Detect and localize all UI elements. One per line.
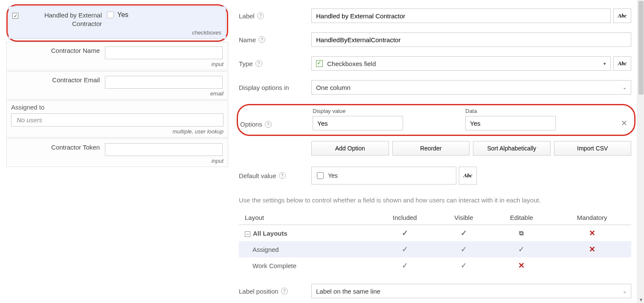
display-options-value: One column <box>316 84 351 91</box>
option-data-header: Data <box>465 108 615 114</box>
default-value-box[interactable]: Yes <box>311 167 456 185</box>
field-label: Contractor Email <box>20 76 105 84</box>
label-position-value: Label on the same line <box>316 288 380 295</box>
sort-alpha-button[interactable]: Sort Alphabetically <box>473 141 551 156</box>
type-select[interactable]: Checkboxes field ▾ <box>311 56 611 71</box>
checkbox-option-label: Yes <box>117 11 128 19</box>
chevron-down-icon: ▾ <box>603 61 606 66</box>
field-contractor-token[interactable]: Contractor Token input <box>6 139 228 167</box>
check-icon[interactable]: ✓ <box>518 245 525 254</box>
option-data-input[interactable] <box>465 116 556 130</box>
prop-label-label: Label <box>239 12 255 20</box>
option-display-input[interactable] <box>313 116 403 130</box>
col-visible: Visible <box>437 211 490 225</box>
field-assigned-to[interactable]: Assigned to No users multiple, user look… <box>6 101 228 138</box>
layout-settings-table: Layout Included Visible Editable Mandato… <box>239 211 631 274</box>
layout-row-assigned[interactable]: Assigned ✓ ✓ ✓ ✕ <box>239 241 631 257</box>
help-icon[interactable]: ? <box>258 36 265 43</box>
remove-option-icon[interactable]: ✕ <box>618 116 630 130</box>
reorder-button[interactable]: Reorder <box>392 141 470 156</box>
scrollbar[interactable]: ▼ <box>637 0 644 303</box>
check-icon[interactable]: ✓ <box>461 229 467 237</box>
check-icon[interactable]: ✓ <box>402 261 408 270</box>
add-option-button[interactable]: Add Option <box>311 141 389 156</box>
layout-row-all[interactable]: −All Layouts ✓ ✓ ⧉ ✕ <box>239 225 631 242</box>
layout-help-text: Use the settings below to control whethe… <box>239 196 631 204</box>
field-type-tag: checkboxes <box>9 29 226 38</box>
abc-button[interactable]: Abc <box>613 56 631 71</box>
x-icon[interactable]: ✕ <box>589 245 595 254</box>
help-icon[interactable]: ? <box>257 12 264 19</box>
col-mandatory: Mandatory <box>553 211 631 225</box>
field-handled-by-external-contractor[interactable]: ✓ Handled by External Contractor Yes che… <box>9 6 226 39</box>
x-icon[interactable]: ✕ <box>518 261 525 270</box>
assigned-to-lookup[interactable]: No users <box>11 113 223 127</box>
contractor-name-input[interactable] <box>105 46 223 59</box>
default-value-checkbox[interactable] <box>317 172 324 179</box>
default-value-option-label: Yes <box>328 172 338 179</box>
field-type-tag: input <box>7 158 228 167</box>
field-contractor-email[interactable]: Contractor Email email <box>6 71 228 100</box>
prop-options-label: Options <box>240 121 262 128</box>
field-label: Contractor Token <box>20 143 105 152</box>
contractor-token-input[interactable] <box>105 143 223 156</box>
col-layout: Layout <box>239 211 372 225</box>
prop-default-value-label: Default value <box>239 172 276 179</box>
field-type-tag: multiple, user lookup <box>7 128 228 137</box>
scrollbar-thumb[interactable] <box>638 1 644 95</box>
check-icon[interactable]: ✓ <box>402 245 408 254</box>
field-label: Assigned to <box>7 101 228 113</box>
scroll-down-icon[interactable]: ▼ <box>639 297 643 302</box>
help-icon[interactable]: ? <box>255 60 262 67</box>
col-editable: Editable <box>490 211 553 225</box>
field-selected-checkbox[interactable]: ✓ <box>12 13 18 19</box>
abc-button[interactable]: Abc <box>459 167 477 185</box>
type-select-value: Checkboxes field <box>327 60 376 67</box>
field-type-tag: email <box>7 90 228 99</box>
check-icon[interactable]: ✓ <box>461 245 467 254</box>
checkbox-yes[interactable] <box>107 12 114 18</box>
col-included: Included <box>372 211 437 225</box>
label-position-select[interactable]: Label on the same line ⌄ <box>311 284 631 298</box>
prop-label-position-label: Label position <box>239 288 278 295</box>
prop-display-options-label: Display options in <box>239 84 289 91</box>
chevron-down-icon: ⌄ <box>623 85 627 90</box>
help-icon[interactable]: ? <box>265 121 272 128</box>
checkbox-field-icon <box>316 60 323 67</box>
label-input[interactable] <box>311 9 611 23</box>
check-icon[interactable]: ✓ <box>402 229 408 237</box>
option-display-header: Display value <box>313 108 462 114</box>
abc-button[interactable]: Abc <box>613 9 631 23</box>
check-icon[interactable]: ✓ <box>461 261 467 270</box>
chevron-down-icon: ⌄ <box>623 289 627 294</box>
field-contractor-name[interactable]: Contractor Name input <box>6 42 228 70</box>
help-icon[interactable]: ? <box>281 288 288 294</box>
x-icon[interactable]: ✕ <box>589 229 595 237</box>
import-csv-button[interactable]: Import CSV <box>554 141 632 156</box>
collapse-icon[interactable]: − <box>245 231 250 237</box>
form-preview-panel: ✓ Handled by External Contractor Yes che… <box>0 0 232 303</box>
prop-type-label: Type <box>239 60 253 67</box>
help-icon[interactable]: ? <box>279 172 286 179</box>
display-options-select[interactable]: One column ⌄ <box>311 80 631 95</box>
highlight-options-row: Options ? Display value Data ✕ <box>237 104 635 136</box>
highlight-handled-by-external: ✓ Handled by External Contractor Yes che… <box>6 4 228 42</box>
field-type-tag: input <box>7 61 228 70</box>
contractor-email-input[interactable] <box>105 76 223 89</box>
copy-icon[interactable]: ⧉ <box>519 229 524 237</box>
name-input[interactable] <box>311 32 631 47</box>
field-label: Contractor Name <box>20 46 105 55</box>
layout-row-work-complete[interactable]: Work Complete ✓ ✓ ✕ <box>239 257 631 274</box>
field-properties-panel: Label ? Abc Name ? Type ? <box>232 0 644 303</box>
prop-name-label: Name <box>239 36 256 43</box>
field-label: Handled by External Contractor <box>22 11 107 28</box>
